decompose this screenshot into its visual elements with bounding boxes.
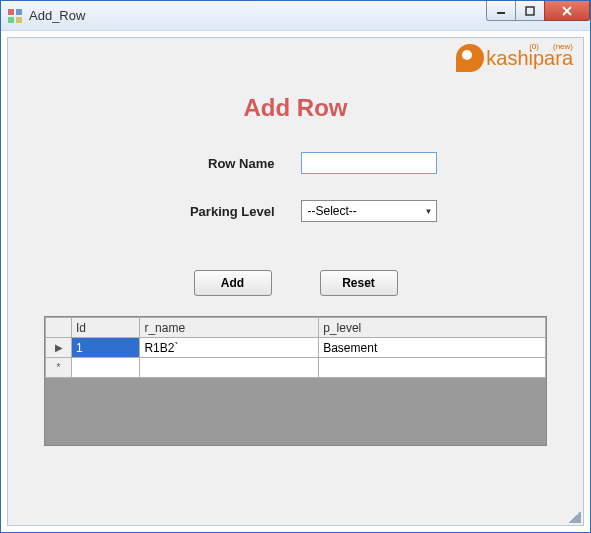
svg-rect-2 — [8, 17, 14, 23]
grid-new-row[interactable]: * — [46, 358, 546, 378]
minimize-button[interactable] — [486, 1, 516, 21]
row-name-label: Row Name — [155, 156, 275, 171]
svg-rect-3 — [16, 17, 22, 23]
new-row-icon: * — [46, 358, 72, 378]
cell-plevel[interactable]: Basement — [319, 338, 546, 358]
grid-data-row[interactable]: ▶ 1 R1B2` Basement — [46, 338, 546, 358]
grid-header-row: Id r_name p_level — [46, 318, 546, 338]
cell-rname[interactable]: R1B2` — [140, 338, 319, 358]
logo-icon — [456, 44, 484, 72]
row-indicator-icon: ▶ — [46, 338, 72, 358]
chevron-down-icon: ▼ — [425, 207, 433, 216]
svg-rect-5 — [526, 7, 534, 15]
add-button-label: Add — [221, 276, 244, 290]
client-area: (0) (new) kashipara Add Row Row Name Par… — [7, 37, 584, 526]
new-cell[interactable] — [319, 358, 546, 378]
grid-col-rname[interactable]: r_name — [140, 318, 319, 338]
parking-level-select[interactable]: --Select-- ▼ — [301, 200, 437, 222]
logo-text: kashipara — [486, 47, 573, 70]
window-controls — [487, 1, 590, 21]
reset-button[interactable]: Reset — [320, 270, 398, 296]
maximize-button[interactable] — [515, 1, 545, 21]
button-row: Add Reset — [8, 270, 583, 296]
parking-level-row: Parking Level --Select-- ▼ — [8, 200, 583, 222]
parking-level-value: --Select-- — [308, 204, 357, 218]
row-name-input[interactable] — [301, 152, 437, 174]
new-cell[interactable] — [140, 358, 319, 378]
window-frame: Add_Row (0) (new) kashipara Add Row Row … — [0, 0, 591, 533]
grid-col-id[interactable]: Id — [72, 318, 140, 338]
row-name-row: Row Name — [8, 152, 583, 174]
svg-rect-1 — [16, 9, 22, 15]
add-button[interactable]: Add — [194, 270, 272, 296]
app-icon — [7, 8, 23, 24]
logo: kashipara — [456, 44, 573, 72]
window-title: Add_Row — [29, 8, 85, 23]
reset-button-label: Reset — [342, 276, 375, 290]
grid-col-plevel[interactable]: p_level — [319, 318, 546, 338]
close-button[interactable] — [544, 1, 590, 21]
titlebar: Add_Row — [1, 1, 590, 31]
svg-rect-0 — [8, 9, 14, 15]
resize-grip-icon[interactable] — [569, 511, 581, 523]
new-cell[interactable] — [72, 358, 140, 378]
page-title: Add Row — [8, 94, 583, 122]
cell-id[interactable]: 1 — [72, 338, 140, 358]
data-grid[interactable]: Id r_name p_level ▶ 1 R1B2` Basement * — [44, 316, 547, 446]
parking-level-label: Parking Level — [155, 204, 275, 219]
grid-corner — [46, 318, 72, 338]
